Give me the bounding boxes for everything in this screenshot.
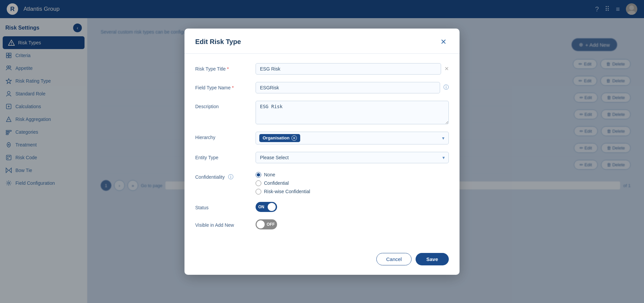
status-toggle[interactable]: ON [256,202,277,212]
risk-type-title-clear-btn[interactable]: ✕ [444,66,449,72]
description-textarea[interactable]: ESG Risk [256,101,449,124]
visible-in-add-new-control: OFF [256,219,449,229]
field-type-name-label: Field Type Name * [195,82,249,90]
hierarchy-tag-remove-btn[interactable]: × [291,135,297,141]
visible-in-add-new-toggle[interactable]: OFF [256,219,277,229]
save-button[interactable]: Save [416,253,449,265]
visible-in-add-new-label: Visible in Add New [195,219,249,228]
confidentiality-risk-wise-radio[interactable] [256,189,261,194]
modal-header: Edit Risk Type ✕ [184,29,460,54]
confidentiality-none-label: None [264,172,275,177]
status-slider: ON [256,202,277,212]
status-knob [268,203,276,211]
entity-type-label: Entity Type [195,152,249,160]
modal-body: Risk Type Title * ✕ Field Type Name * ⓘ [184,54,460,246]
entity-type-control: Please Select ▾ [256,152,449,163]
confidentiality-radio-group: None Confidential Risk-wise Confidential [256,171,310,194]
confidentiality-none-radio[interactable] [256,172,261,178]
risk-type-title-input[interactable] [256,63,441,75]
description-control: ESG Risk [256,101,449,124]
visible-in-add-new-knob [257,220,265,228]
status-toggle-text: ON [258,205,264,209]
edit-risk-type-modal: Edit Risk Type ✕ Risk Type Title * ✕ Fi [184,29,460,275]
entity-type-row: Entity Type Please Select ▾ [195,152,449,163]
confidentiality-confidential-option[interactable]: Confidential [256,180,310,186]
visible-in-add-new-toggle-text: OFF [267,222,275,227]
risk-type-title-control: ✕ [256,63,449,75]
confidentiality-confidential-label: Confidential [264,180,289,186]
hierarchy-label: Hierarchy [195,132,249,140]
description-row: Description ESG Risk [195,101,449,124]
modal-footer: Cancel Save [184,246,460,275]
field-type-name-input[interactable] [256,82,440,93]
risk-type-title-label: Risk Type Title * [195,63,249,72]
status-toggle-wrap: ON [256,202,277,212]
hierarchy-tag-label: Organisation [263,135,289,140]
description-label: Description [195,101,249,109]
confidentiality-label: Confidentiality ⓘ [195,171,249,181]
modal-close-button[interactable]: ✕ [438,37,449,47]
confidentiality-control: None Confidential Risk-wise Confidential [256,171,449,194]
entity-type-select-wrap: Please Select ▾ [256,152,449,163]
close-icon: ✕ [440,38,446,46]
confidentiality-confidential-radio[interactable] [256,180,261,186]
status-row: Status ON [195,202,449,212]
confidentiality-risk-wise-option[interactable]: Risk-wise Confidential [256,189,310,194]
modal-title: Edit Risk Type [195,38,241,46]
entity-type-select[interactable]: Please Select [256,152,449,163]
visible-in-add-new-toggle-wrap: OFF [256,219,277,229]
cancel-button[interactable]: Cancel [376,253,412,265]
confidentiality-none-option[interactable]: None [256,172,310,178]
hierarchy-control: Organisation × ▾ [256,132,449,144]
visible-in-add-new-row: Visible in Add New OFF [195,219,449,229]
modal-overlay: Edit Risk Type ✕ Risk Type Title * ✕ Fi [0,0,644,303]
status-label: Status [195,202,249,210]
confidentiality-info-icon[interactable]: ⓘ [228,174,233,180]
confidentiality-row: Confidentiality ⓘ None Confidential [195,171,449,194]
field-type-name-control: ⓘ [256,82,449,93]
confidentiality-risk-wise-label: Risk-wise Confidential [264,189,310,194]
hierarchy-row: Hierarchy Organisation × ▾ [195,132,449,144]
visible-in-add-new-slider: OFF [256,219,277,229]
risk-type-title-row: Risk Type Title * ✕ [195,63,449,75]
hierarchy-organisation-tag: Organisation × [259,134,300,142]
hierarchy-select[interactable]: Organisation × ▾ [256,132,449,144]
field-type-name-row: Field Type Name * ⓘ [195,82,449,93]
hierarchy-dropdown-arrow: ▾ [442,135,444,141]
status-control: ON [256,202,449,212]
field-type-name-info-icon[interactable]: ⓘ [443,84,449,91]
